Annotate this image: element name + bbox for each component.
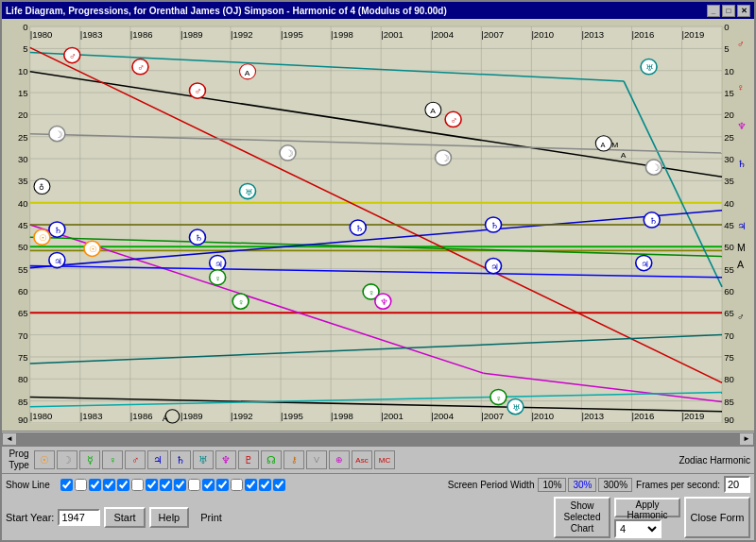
period-300-button[interactable]: 300% [598, 478, 632, 492]
svg-text:55: 55 [724, 265, 734, 275]
show-line-mc[interactable] [273, 479, 285, 491]
svg-text:|2019: |2019 [682, 412, 705, 421]
show-line-mars[interactable] [117, 479, 129, 491]
planet-saturn-button[interactable]: ♄ [170, 450, 191, 469]
svg-text:♅: ♅ [645, 63, 653, 73]
show-line-jupiter[interactable] [131, 479, 144, 491]
print-label: Print [200, 512, 222, 523]
chart-svg: |1980 |1983 |1986 |1989 |1992 |1995 |199… [2, 19, 754, 431]
close-button[interactable]: ✕ [737, 5, 750, 17]
zodiac-label: Zodiac Harmonic [679, 455, 750, 466]
apply-harmonic-button[interactable]: Apply Harmonic [614, 498, 680, 517]
svg-text:|2001: |2001 [381, 30, 404, 40]
svg-text:♆: ♆ [737, 121, 746, 131]
svg-text:|2013: |2013 [581, 412, 604, 421]
planet-pluto-button[interactable]: ♇ [238, 450, 259, 469]
frames-input[interactable]: 20 [724, 476, 750, 493]
svg-text:♃: ♃ [737, 221, 746, 231]
svg-text:|1992: |1992 [231, 30, 253, 40]
scroll-left-button[interactable]: ◄ [2, 432, 17, 446]
scroll-track[interactable] [17, 432, 739, 446]
svg-text:♃: ♃ [215, 260, 222, 269]
planet-asc-button[interactable]: Asc [352, 450, 372, 469]
show-line-asc[interactable] [259, 479, 271, 491]
start-year-input[interactable]: 1947 [58, 509, 100, 526]
minimize-button[interactable]: _ [707, 5, 720, 17]
svg-text:♆: ♆ [380, 297, 387, 307]
svg-text:|1983: |1983 [80, 412, 103, 421]
period-30-button[interactable]: 30% [568, 478, 596, 492]
svg-text:♄: ♄ [649, 216, 657, 226]
show-line-uranus[interactable] [160, 479, 172, 491]
svg-text:|1980: |1980 [30, 412, 53, 421]
svg-text:♄: ♄ [490, 221, 498, 230]
svg-text:5: 5 [23, 45, 27, 55]
planet-uranus-button[interactable]: ♅ [193, 450, 214, 469]
show-line-node[interactable] [202, 479, 215, 491]
svg-text:70: 70 [724, 331, 734, 341]
svg-text:|2007: |2007 [481, 412, 504, 421]
svg-text:10: 10 [724, 67, 734, 76]
help-button[interactable]: Help [149, 507, 190, 528]
planet-moon-button[interactable]: ☽ [57, 450, 77, 469]
show-line-pluto[interactable] [188, 479, 200, 491]
show-line-saturn[interactable] [146, 479, 158, 491]
planet-vertex-button[interactable]: V [306, 450, 327, 469]
svg-text:|1995: |1995 [281, 412, 303, 421]
svg-text:|1998: |1998 [331, 412, 353, 421]
svg-text:30: 30 [724, 155, 734, 164]
svg-text:♃: ♃ [641, 260, 648, 269]
svg-text:50: 50 [724, 244, 734, 253]
planet-chiron-button[interactable]: ⚷ [284, 450, 304, 469]
svg-text:90: 90 [724, 415, 734, 425]
scroll-right-button[interactable]: ► [739, 432, 754, 446]
svg-text:|2013: |2013 [581, 30, 604, 40]
svg-text:|2010: |2010 [531, 30, 554, 40]
start-button[interactable]: Start [104, 507, 145, 528]
title-bar: Life Diagram, Progressions, for Orenthal… [2, 2, 754, 19]
svg-text:A: A [601, 141, 606, 149]
svg-text:|2001: |2001 [381, 412, 404, 421]
harmonic-select[interactable]: 4 1 2 3 5 6 7 8 [614, 519, 662, 538]
planet-neptune-button[interactable]: ♆ [215, 450, 236, 469]
planet-fortuna-button[interactable]: ⊕ [329, 450, 350, 469]
show-line-chiron[interactable] [216, 479, 229, 491]
show-line-moon[interactable] [75, 479, 87, 491]
svg-text:♀: ♀ [368, 288, 374, 297]
svg-text:☉: ☉ [89, 246, 96, 255]
show-line-venus[interactable] [103, 479, 115, 491]
period-10-button[interactable]: 10% [538, 478, 566, 492]
show-line-neptune[interactable] [174, 479, 186, 491]
app-window: Life Diagram, Progressions, for Orenthal… [0, 0, 756, 542]
svg-text:☽: ☽ [284, 148, 293, 159]
svg-text:♂: ♂ [69, 51, 77, 61]
planet-sun-button[interactable]: ☉ [34, 450, 55, 469]
planet-node-button[interactable]: ☊ [261, 450, 282, 469]
svg-text:|1992: |1992 [231, 412, 253, 421]
show-line-vertex[interactable] [231, 479, 243, 491]
svg-text:|2019: |2019 [682, 30, 705, 40]
svg-text:♂: ♂ [737, 40, 745, 50]
svg-text:65: 65 [724, 310, 734, 319]
planet-mc-button[interactable]: MC [374, 450, 395, 469]
show-line-fortuna[interactable] [245, 479, 257, 491]
svg-text:5: 5 [724, 45, 729, 55]
svg-text:♄: ♄ [195, 233, 202, 243]
planet-mars-button[interactable]: ♂ [125, 450, 146, 469]
close-form-button[interactable]: Close Form [684, 497, 750, 538]
svg-text:|2007: |2007 [481, 30, 504, 40]
svg-text:85: 85 [18, 398, 28, 407]
svg-text:|2016: |2016 [632, 30, 655, 40]
show-selected-chart-button[interactable]: Show Selected Chart [554, 497, 610, 538]
svg-text:A: A [430, 107, 436, 116]
svg-text:35: 35 [18, 178, 28, 187]
planet-mercury-button[interactable]: ☿ [79, 450, 100, 469]
maximize-button[interactable]: □ [722, 5, 735, 17]
svg-text:10: 10 [18, 67, 28, 76]
planet-venus-button[interactable]: ♀ [102, 450, 123, 469]
show-line-sun[interactable] [60, 479, 73, 491]
window-title: Life Diagram, Progressions, for Orenthal… [6, 6, 447, 16]
planet-jupiter-button[interactable]: ♃ [147, 450, 168, 469]
svg-text:♄: ♄ [355, 224, 363, 233]
show-line-mercury[interactable] [89, 479, 101, 491]
